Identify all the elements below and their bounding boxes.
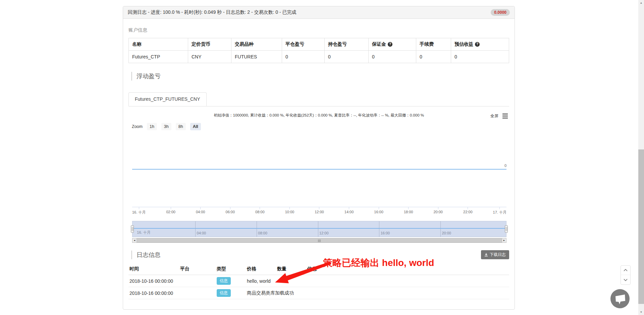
col-fee: 手续费 [416,38,451,51]
col-name: 名称 [129,38,188,51]
pnl-tab-bar: Futures_CTP_FUTURES_CNY [128,92,509,106]
log-time: 2018-10-16 00:00:00 [128,287,179,299]
account-info-label: 账户信息 [128,27,509,33]
chart-toolbar: 全屏 [490,113,508,119]
download-icon [484,253,488,257]
col-quote-currency: 定价货币 [188,38,231,51]
col-open-pnl: 持仓盈亏 [325,38,369,51]
xaxis-label: 17. 十月 [493,210,506,215]
col-time: 时间 [128,265,179,275]
navigator-left-handle[interactable] [131,225,134,233]
chat-widget-button[interactable] [610,289,630,308]
floating-pnl-heading: 浮动盈亏 [131,72,509,81]
scroll-right-icon[interactable]: ► [502,238,506,243]
scrollbar-down-icon[interactable]: ▼ [638,309,644,315]
info-badge: 信息 [217,289,231,297]
account-table-header-row: 名称 定价货币 交易品种 平仓盈亏 持仓盈亏 保证金? 手续费 预估收益? [129,38,509,51]
xaxis: 16. 十月 02:00 04:00 06:00 08:00 10:00 12:… [132,207,506,215]
navigator-label: 20:00 [442,231,451,235]
cell-margin: 0 [369,51,416,63]
xaxis-label: 16. 十月 [132,210,146,215]
annotation-text: 策略已经输出 hello, world [323,257,434,269]
annotation-arrow [270,258,335,285]
account-table: 名称 定价货币 交易品种 平仓盈亏 持仓盈亏 保证金? 手续费 预估收益? Fu… [128,38,509,63]
chart-stats-line: 初始净值：1000000, 累计收益：0.000 %, 年化收益(252天)：0… [128,113,509,118]
chevron-down-icon [624,279,628,281]
profit-badge: 0.0000 [491,9,510,16]
chat-bubble-icon [610,289,630,308]
col-platform: 平台 [179,265,216,275]
xaxis-label: 04:00 [196,210,205,214]
zoom-1h-button[interactable]: 1h [147,123,157,130]
navigator-label: 08:00 [258,231,267,235]
log-info-heading: 日志信息 [131,251,161,259]
xaxis-label: 14:00 [344,210,354,214]
vertical-scrollbar-thumb[interactable] [638,149,644,304]
page-scroll-buttons [621,265,631,285]
xaxis-label: 16:00 [374,210,383,214]
cell-instrument: FUTURES [231,51,282,63]
cell-name: Futures_CTP [129,51,188,63]
backtest-log-header: 回测日志 - 进度: 100.0 % - 耗时(秒): 0.049 秒 - 日志… [123,6,515,19]
account-table-row: Futures_CTP CNY FUTURES 0 0 0 0 0 [129,51,509,63]
chart-navigator[interactable]: 16. 十月 04:00 08:00 12:00 16:00 20:00 [132,221,506,237]
log-platform [179,275,216,287]
xaxis-label: 10:00 [285,210,294,214]
navigator-right-handle[interactable] [505,225,508,233]
xaxis-label: 12:00 [315,210,324,214]
yaxis-zero-label: 0 [504,164,506,168]
equity-chart: 初始净值：1000000, 累计收益：0.000 %, 年化收益(252天)：0… [128,106,509,243]
scroll-down-button[interactable] [621,275,630,284]
equity-series-line [132,169,506,170]
log-row: 2018-10-16 00:00:00 信息 商品交易类库加载成功 [128,287,509,299]
page-vertical-scrollbar: ▲ ▼ [638,0,644,315]
xaxis-label: 20:00 [433,210,443,214]
col-type: 类型 [216,265,246,275]
zoom-all-button[interactable]: All [190,123,201,130]
navigator-label: 12:00 [319,231,329,235]
download-log-button[interactable]: 下载日志 [481,250,509,259]
navigator-series-line [132,228,506,229]
xaxis-label: 06:00 [226,210,235,214]
navigator-label: 16:00 [381,231,390,235]
cell-est-profit: 0 [451,51,509,63]
log-type: 信息 [216,275,246,287]
cell-open-pnl: 0 [325,51,369,63]
chart-horizontal-scrollbar: ◄ ► [132,238,506,243]
navigator-label: 16. 十月 [137,230,150,235]
col-est-profit: 预估收益? [451,38,509,51]
zoom-8h-button[interactable]: 8h [176,123,186,130]
est-profit-help-icon[interactable]: ? [475,42,480,47]
tab-futures-ctp-futures-cny[interactable]: Futures_CTP_FUTURES_CNY [128,92,207,106]
cell-closed-pnl: 0 [282,51,325,63]
scroll-up-button[interactable] [621,266,630,275]
col-margin: 保证金? [369,38,416,51]
zoom-range-selector: Zoom 1h 3h 8h All [132,123,201,130]
cell-fee: 0 [416,51,451,63]
scrollbar-up-icon[interactable]: ▲ [638,0,644,6]
chart-menu-icon[interactable] [502,114,508,119]
scrollbar-grip-icon [318,239,321,242]
col-instrument: 交易品种 [231,38,282,51]
log-type: 信息 [216,287,246,299]
xaxis-label: 02:00 [166,210,175,214]
scroll-left-icon[interactable]: ◄ [132,238,137,243]
zoom-label: Zoom [132,124,143,129]
horizontal-scrollbar-thumb[interactable] [137,238,502,243]
col-closed-pnl: 平仓盈亏 [282,38,325,51]
xaxis-label: 22:00 [463,210,473,214]
log-time: 2018-10-16 00:00:00 [128,275,179,287]
margin-help-icon[interactable]: ? [388,42,392,47]
cell-quote-currency: CNY [188,51,231,63]
backtest-status-title: 回测日志 - 进度: 100.0 % - 耗时(秒): 0.049 秒 - 日志… [128,9,297,15]
log-message: 商品交易类库加载成功 [246,287,509,299]
xaxis-label: 18:00 [404,210,413,214]
log-platform [179,287,216,299]
zoom-3h-button[interactable]: 3h [161,123,171,130]
xaxis-label: 08:00 [255,210,265,214]
chevron-up-icon [624,269,628,271]
navigator-label: 04:00 [197,231,206,235]
info-badge: 信息 [217,277,231,285]
fullscreen-button[interactable]: 全屏 [490,113,498,119]
